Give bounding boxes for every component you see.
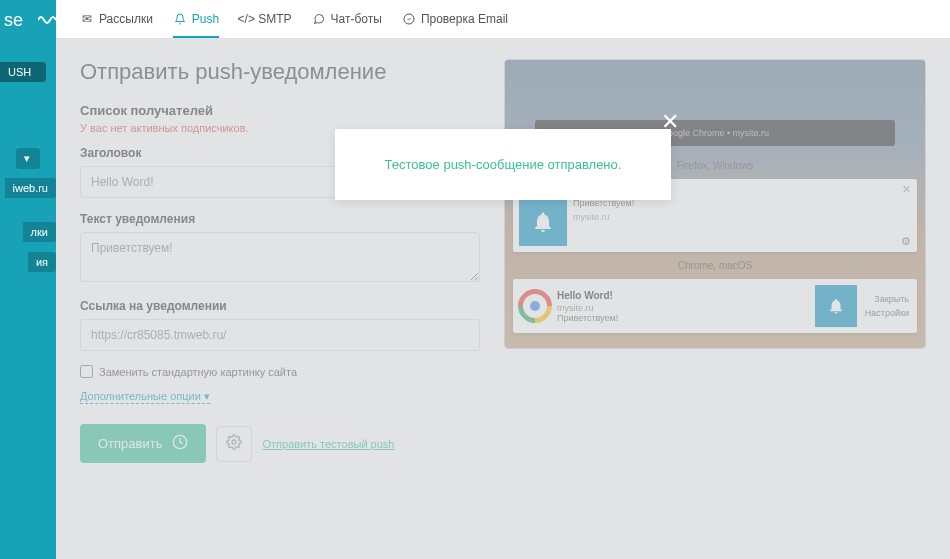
topnav: ✉ Рассылки Push </> SMTP Чат-боты <box>56 0 950 39</box>
send-test-link[interactable]: Отправить тестовый push <box>262 438 394 450</box>
topnav-push[interactable]: Push <box>173 12 219 38</box>
sidebar: se USH ▾ iweb.ru лки ия <box>0 0 56 559</box>
notif-site: mysite.ru <box>557 303 807 313</box>
topnav-label: Проверка Email <box>421 12 508 26</box>
notif-site: mysite.ru <box>573 212 911 222</box>
code-icon: </> <box>239 12 253 26</box>
bell-icon <box>173 12 187 26</box>
sidebar-item-dropdown[interactable]: ▾ <box>16 148 40 169</box>
topnav-chatbots[interactable]: Чат-боты <box>312 12 382 38</box>
page-title: Отправить push-уведомление <box>80 59 480 85</box>
logo: se <box>0 0 56 41</box>
sidebar-item-site[interactable]: iweb.ru <box>5 178 56 198</box>
preview-chrome-mac-label: Chrome, macOS <box>505 256 925 275</box>
notif-bell-icon <box>519 198 567 246</box>
topnav-label: SMTP <box>258 12 291 26</box>
modal-close-icon[interactable]: ✕ <box>661 109 679 135</box>
topnav-label: Рассылки <box>99 12 153 26</box>
notif-chrome-mac: Hello Word! mysite.ru Приветствуем! Закр… <box>513 279 917 333</box>
gear-icon[interactable]: ⚙ <box>901 235 911 248</box>
close-icon[interactable]: ✕ <box>902 183 911 196</box>
topnav-label: Push <box>192 12 219 26</box>
clock-icon <box>172 434 188 453</box>
check-circle-icon <box>402 12 416 26</box>
modal-message: Тестовое push-сообщение отправлено. <box>385 157 622 172</box>
chrome-icon <box>521 292 549 320</box>
notif-bell-icon <box>815 285 857 327</box>
sidebar-item-push[interactable]: USH <box>0 62 46 82</box>
body-input[interactable]: Приветствуем! <box>80 232 480 282</box>
main: ✉ Рассылки Push </> SMTP Чат-боты <box>56 0 950 559</box>
topnav-smtp[interactable]: </> SMTP <box>239 12 291 38</box>
body-label: Текст уведомления <box>80 212 480 226</box>
replace-image-checkbox[interactable] <box>80 365 93 378</box>
sidebar-item-5[interactable]: ия <box>28 252 56 272</box>
recipients-label: Список получателей <box>80 103 480 118</box>
svg-point-2 <box>232 440 236 444</box>
notif-body-text: Приветствуем! <box>557 313 807 323</box>
mail-icon: ✉ <box>80 12 94 26</box>
gear-icon <box>226 434 242 453</box>
notif-title: Hello Word! <box>557 290 807 301</box>
topnav-label: Чат-боты <box>331 12 382 26</box>
settings-button[interactable] <box>216 426 252 462</box>
link-label: Ссылка на уведомлении <box>80 299 480 313</box>
chat-icon <box>312 12 326 26</box>
mac-close-action[interactable]: Закрыть <box>865 292 909 306</box>
topnav-mailings[interactable]: ✉ Рассылки <box>80 12 153 38</box>
topnav-email-check[interactable]: Проверка Email <box>402 12 508 38</box>
more-options-link[interactable]: Дополнительные опции <box>80 390 210 404</box>
mac-settings-action[interactable]: Настройки <box>865 306 909 320</box>
send-button[interactable]: Отправить <box>80 424 206 463</box>
logo-text: se <box>4 10 23 30</box>
logo-wave-icon <box>38 14 58 26</box>
sidebar-item-4[interactable]: лки <box>23 222 56 242</box>
link-input[interactable] <box>80 319 480 351</box>
actions-row: Отправить Отправить тестовый push <box>80 424 480 463</box>
send-button-label: Отправить <box>98 436 162 451</box>
success-modal: ✕ Тестовое push-сообщение отправлено. <box>335 129 672 200</box>
preview-frame: Google Chrome • mysite.ru Firefox, Windo… <box>504 59 926 349</box>
replace-image-row[interactable]: Заменить стандартную картинку сайта <box>80 365 480 378</box>
replace-image-label: Заменить стандартную картинку сайта <box>99 366 297 378</box>
